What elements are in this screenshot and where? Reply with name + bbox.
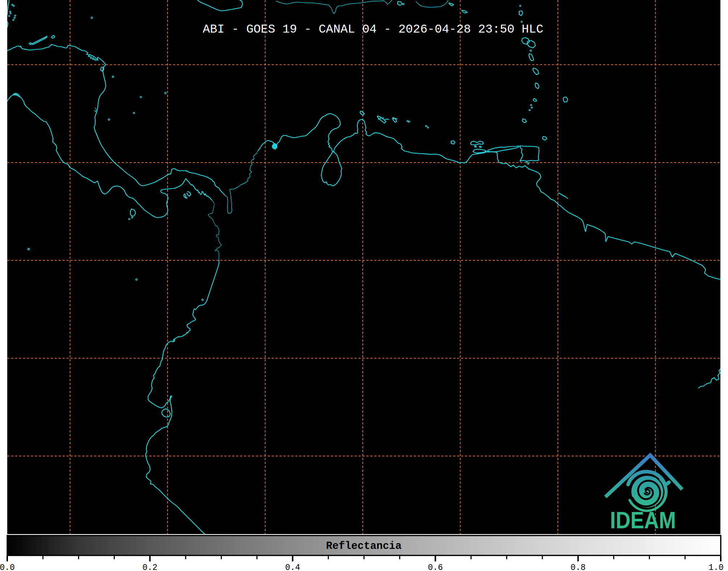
svg-text:ABI - GOES 19 - CANAL 04 - 202: ABI - GOES 19 - CANAL 04 - 2026-04-28 23… bbox=[203, 22, 543, 36]
svg-text:IDEAM: IDEAM bbox=[610, 507, 676, 533]
svg-text:Reflectancia: Reflectancia bbox=[326, 540, 402, 552]
svg-text:1.0: 1.0 bbox=[708, 563, 723, 571]
svg-text:0.2: 0.2 bbox=[142, 563, 157, 571]
svg-text:0.6: 0.6 bbox=[428, 563, 443, 571]
svg-text:0.8: 0.8 bbox=[571, 563, 585, 571]
svg-text:0.4: 0.4 bbox=[285, 563, 300, 571]
svg-text:0.0: 0.0 bbox=[0, 563, 15, 571]
